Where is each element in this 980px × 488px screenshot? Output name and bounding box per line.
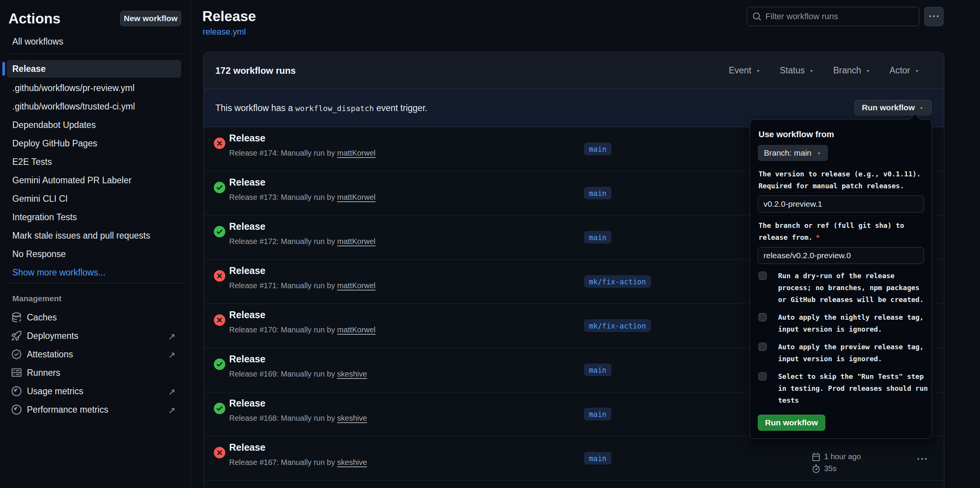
version-input[interactable] (758, 196, 924, 212)
branch-badge[interactable]: main (584, 408, 611, 420)
run-description: Release #169: Manually run by skeshive (229, 370, 367, 378)
actor-link[interactable]: skeshive (337, 458, 367, 466)
triangle-down-icon (865, 68, 871, 74)
run-workflow-submit-button[interactable]: Run workflow (758, 415, 825, 431)
branch-badge[interactable]: mk/fix-action (584, 275, 651, 288)
check-circle-icon (214, 359, 225, 370)
run-title[interactable]: Release (229, 309, 266, 320)
sidebar-item-workflow[interactable]: Integration Tests (0, 208, 191, 226)
sidebar: Actions New workflow All workflows Relea… (0, 0, 191, 488)
check-circle-icon (214, 226, 225, 237)
sidebar-item-workflow[interactable]: No Response (0, 245, 191, 263)
branch-badge[interactable]: main (584, 143, 611, 155)
selected-accent-bar (2, 62, 5, 76)
run-title[interactable]: Release (229, 354, 266, 365)
actions-page: Actions New workflow All workflows Relea… (0, 0, 980, 488)
sidebar-item-all-workflows[interactable]: All workflows (12, 37, 63, 47)
actor-link[interactable]: skeshive (337, 370, 367, 378)
arrow-up-right-icon: ↗ (168, 350, 177, 359)
branch-badge[interactable]: mk/fix-action (584, 319, 651, 332)
sidebar-divider (6, 283, 185, 283)
rocket-icon (12, 331, 21, 341)
branch-badge[interactable]: main (584, 452, 611, 465)
show-more-workflows-link[interactable]: Show more workflows... (0, 263, 191, 282)
sidebar-item-deployments[interactable]: Deployments↗ (0, 327, 191, 345)
branch-badge[interactable]: main (584, 364, 611, 376)
dispatch-checkbox-row: Select to skip the "Run Tests" stepin te… (759, 370, 924, 406)
filter-dropdown-event[interactable]: Event (729, 65, 761, 76)
management-item-label: Deployments (27, 331, 78, 341)
run-options-kebab-button[interactable] (913, 453, 931, 465)
filter-dropdown-branch[interactable]: Branch (833, 65, 871, 76)
sidebar-selected-label: Release (12, 64, 46, 74)
actor-link[interactable]: mattKorwel (337, 149, 375, 157)
sidebar-item-workflow[interactable]: Dependabot Updates (0, 116, 191, 134)
verified-icon (12, 349, 21, 359)
required-asterisk: * (816, 233, 820, 241)
run-description: Release #173: Manually run by mattKorwel (229, 193, 375, 202)
sidebar-item-workflow[interactable]: .github/workflows/pr-review.yml (0, 79, 191, 97)
checkbox[interactable] (759, 372, 767, 380)
actor-link[interactable]: skeshive (337, 414, 367, 422)
branch-badge[interactable]: main (584, 231, 611, 244)
meter-icon (12, 405, 21, 415)
sidebar-item-workflow[interactable]: E2E Tests (0, 153, 191, 171)
new-workflow-button[interactable]: New workflow (120, 11, 181, 26)
sidebar-item-performance-metrics[interactable]: Performance metrics↗ (0, 400, 191, 419)
sidebar-item-workflow[interactable]: Gemini CLI CI (0, 189, 191, 208)
actor-link[interactable]: mattKorwel (337, 325, 375, 334)
run-title[interactable]: Release (229, 133, 266, 144)
kebab-horizontal-icon (929, 12, 939, 21)
workflow-file-link[interactable]: release.yml (203, 27, 246, 37)
run-title[interactable]: Release (229, 398, 266, 409)
checkbox-label: Run a dry-run of the releaseprocess; no … (778, 270, 924, 305)
filter-dropdown-status[interactable]: Status (780, 65, 815, 76)
run-title[interactable]: Release (229, 221, 266, 232)
sidebar-item-workflow[interactable]: Deploy GitHub Pages (0, 134, 191, 153)
run-title[interactable]: Release (229, 265, 266, 276)
run-title[interactable]: Release (229, 177, 266, 188)
triangle-down-icon (914, 68, 920, 74)
filter-workflow-runs-input[interactable] (765, 12, 919, 22)
filter-dropdown-actor[interactable]: Actor (889, 65, 920, 76)
management-item-label: Performance metrics (27, 405, 108, 415)
sidebar-item-caches[interactable]: Caches (0, 308, 191, 327)
sidebar-item-runners[interactable]: Runners (0, 364, 191, 382)
actor-link[interactable]: mattKorwel (337, 281, 375, 290)
run-description: Release #168: Manually run by skeshive (229, 414, 367, 423)
run-workflow-dispatch-panel: Use workflow from Branch: main The versi… (750, 119, 932, 439)
workflow-options-kebab-button[interactable] (924, 7, 944, 26)
checkbox[interactable] (759, 343, 767, 351)
ref-help-text: The branch or ref (full git sha) torelea… (759, 219, 924, 243)
sidebar-item-workflow[interactable]: Mark stale issues and pull requests (0, 226, 191, 245)
checkbox-label: Auto apply the nightly release tag,input… (778, 311, 924, 335)
banner-text: This workflow has a workflow_dispatch ev… (215, 103, 427, 113)
server-icon (12, 368, 21, 378)
branch-selector-button[interactable]: Branch: main (758, 145, 828, 161)
sidebar-item-attestations[interactable]: Attestations↗ (0, 345, 191, 364)
sidebar-divider (6, 54, 185, 54)
management-section-label: Management (12, 294, 61, 303)
workflow-run-row: ReleaseRelease #167: Manually run by ske… (204, 437, 944, 481)
ref-input[interactable] (758, 247, 924, 264)
actor-link[interactable]: mattKorwel (337, 237, 375, 246)
checkbox[interactable] (759, 272, 767, 280)
sidebar-item-workflow[interactable]: .github/workflows/trusted-ci.yml (0, 97, 191, 116)
checkbox[interactable] (759, 313, 767, 321)
management-item-label: Caches (27, 312, 57, 323)
run-title[interactable]: Release (229, 442, 266, 453)
actor-link[interactable]: mattKorwel (337, 193, 375, 201)
run-description: Release #172: Manually run by mattKorwel (229, 237, 375, 246)
sidebar-item-usage-metrics[interactable]: Usage metrics↗ (0, 382, 191, 400)
runs-filters: EventStatusBranchActor (729, 65, 920, 76)
triangle-down-icon (919, 105, 924, 111)
dispatch-checkbox-list: Run a dry-run of the releaseprocess; no … (758, 270, 924, 406)
run-description: Release #170: Manually run by mattKorwel (229, 325, 375, 334)
stopwatch-icon (812, 465, 820, 473)
workflow-dispatch-code: workflow_dispatch (295, 104, 374, 113)
arrow-up-right-icon: ↗ (168, 405, 177, 414)
x-circle-icon (214, 447, 225, 458)
run-workflow-dropdown-button[interactable]: Run workflow (854, 100, 932, 115)
sidebar-item-workflow[interactable]: Gemini Automated PR Labeler (0, 171, 191, 189)
branch-badge[interactable]: main (584, 187, 611, 199)
